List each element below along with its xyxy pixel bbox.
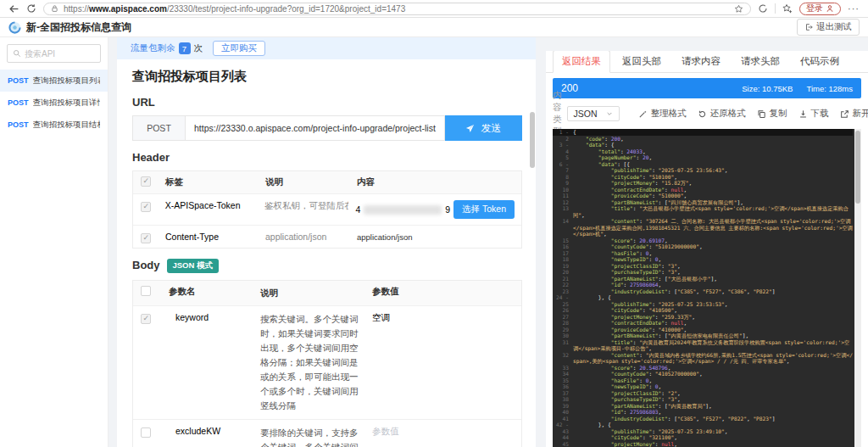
code-text: "projectClassID": "3", bbox=[573, 263, 853, 270]
buy-now-button[interactable]: 立即购买 bbox=[213, 41, 265, 56]
browser-menu-icon[interactable]: ··· bbox=[848, 3, 860, 14]
sidebar-item-查询招投标项目列表[interactable]: POST 查询招投标项目列表 bbox=[0, 70, 108, 92]
header-value-cell[interactable]: 4 9 选择 Token bbox=[348, 194, 521, 225]
header-row-Content-Type: Content-Type application/json applicatio… bbox=[133, 226, 521, 248]
exit-test-button[interactable]: 退出测试 bbox=[797, 19, 860, 36]
code-line: 3 - "data": { bbox=[553, 142, 853, 148]
quota-unit: 次 bbox=[194, 42, 203, 54]
line-number: 19 bbox=[553, 263, 573, 270]
param-value-input[interactable]: 参数值 bbox=[365, 420, 521, 447]
action-复制[interactable]: 复制 bbox=[757, 108, 787, 120]
row-checkbox[interactable] bbox=[141, 427, 151, 438]
body-row-keyword: keyword 搜索关键词。多个关键词时，如果关键词要求同时出现，多个关键词间用… bbox=[133, 306, 521, 420]
row-checkbox[interactable] bbox=[141, 202, 151, 212]
line-number: 18 bbox=[553, 256, 573, 263]
action-下载[interactable]: 下载 bbox=[798, 108, 829, 120]
action-新开标签[interactable]: 新开标签 bbox=[840, 108, 868, 120]
response-tabs: 返回结果返回头部请求内容请求头部代码示例 bbox=[546, 51, 868, 73]
line-number: 9 bbox=[553, 180, 573, 187]
column-header: 说明 bbox=[259, 171, 350, 193]
code-text: "purchaseTypeID": "3", bbox=[573, 396, 853, 403]
code-text: "industryCodeList": ["C385", "F527", "C3… bbox=[573, 288, 853, 295]
code-line: 16 "countyCode": "510129000000", bbox=[553, 243, 853, 250]
app-logo-icon bbox=[8, 21, 21, 34]
code-text: "score": 20.69107, bbox=[573, 237, 853, 244]
main-layout: POST 查询招投标项目列表 POST 查询招投标项目详情 POST 查询招投标… bbox=[0, 37, 868, 447]
code-text: "hasFile": 0, bbox=[573, 377, 853, 384]
row-checkbox[interactable] bbox=[141, 233, 151, 243]
extension-refresh-icon[interactable] bbox=[758, 3, 768, 14]
bookmark-star-icon[interactable] bbox=[734, 4, 743, 14]
action-整理格式[interactable]: 整理格式 bbox=[638, 108, 687, 120]
url-field[interactable]: POST https://23330.o.apispace.com/projec… bbox=[132, 115, 445, 141]
code-text: "newsTypeID": 0, bbox=[573, 383, 853, 390]
header-key: X-APISpace-Token bbox=[159, 194, 258, 225]
tab-代码示例[interactable]: 代码示例 bbox=[792, 51, 848, 72]
code-line: 19 "projectClassID": "3", bbox=[553, 263, 853, 270]
code-text: "projectClassID": "2", bbox=[573, 390, 853, 397]
line-number: 4 bbox=[553, 148, 573, 155]
line-number: 22 bbox=[553, 282, 573, 288]
sidebar-nav: POST 查询招投标项目列表 POST 查询招投标项目详情 POST 查询招投标… bbox=[0, 70, 108, 136]
code-text: "contractEndDate": null, bbox=[573, 187, 853, 193]
send-button[interactable]: 发送 bbox=[445, 115, 522, 141]
code-line: 1 - { bbox=[553, 129, 853, 136]
content-type-select[interactable]: JSON bbox=[567, 106, 620, 121]
code-line: 44 "cityCode": "321100", bbox=[553, 434, 853, 441]
page-info-icon[interactable] bbox=[51, 4, 58, 13]
search-icon bbox=[13, 49, 21, 58]
tab-返回结果[interactable]: 返回结果 bbox=[553, 51, 610, 73]
line-number: 3 - bbox=[553, 142, 573, 148]
select-all-checkbox[interactable] bbox=[141, 286, 151, 296]
browser-chrome: https://www.apispace.com/23330/test/proj… bbox=[0, 0, 868, 18]
code-editor[interactable]: 1 - { 2 "code": 200, 3 - "data": { 4 "to… bbox=[553, 129, 861, 447]
param-value-input[interactable]: 空调 bbox=[365, 306, 521, 419]
middle-scrollbar[interactable] bbox=[530, 112, 535, 168]
back-icon[interactable] bbox=[8, 3, 19, 14]
download-icon bbox=[798, 109, 808, 119]
code-text: "data": { bbox=[573, 142, 853, 148]
quota-label: 流量包剩余 bbox=[131, 42, 175, 54]
page-title: 新-全国招投标信息查询 bbox=[26, 20, 131, 35]
quota-count-badge: 7 bbox=[179, 42, 191, 54]
action-还原格式[interactable]: 还原格式 bbox=[698, 108, 746, 120]
login-button[interactable]: 登录 bbox=[799, 3, 841, 15]
favorites-star-icon[interactable] bbox=[782, 3, 793, 14]
body-section-heading: BodyJSON 模式 bbox=[132, 259, 522, 273]
json-mode-badge: JSON 模式 bbox=[167, 259, 220, 273]
code-text: }, { bbox=[573, 422, 853, 428]
code-text: "cityCode": "510100", bbox=[573, 174, 853, 181]
code-text: "purchaseTypeID": "3", bbox=[573, 269, 853, 276]
select-all-checkbox[interactable] bbox=[141, 176, 151, 187]
line-number: 31 bbox=[553, 339, 573, 352]
code-line: 14 "content": "307264 二、合同名称: 大邑县银都小学壁挂式… bbox=[553, 218, 853, 237]
code-text: "code": 200, bbox=[573, 136, 853, 142]
search-input[interactable] bbox=[25, 49, 96, 59]
app-header: 新-全国招投标信息查询 退出测试 bbox=[0, 18, 868, 37]
line-number: 28 bbox=[553, 320, 573, 327]
code-scrollbar[interactable] bbox=[854, 129, 861, 447]
code-line: 15 "score": 20.69107, bbox=[553, 237, 853, 244]
line-number: 43 bbox=[553, 428, 573, 435]
reload-icon[interactable] bbox=[26, 3, 36, 14]
code-line: 26 "cityCode": "410500", bbox=[553, 307, 853, 314]
row-checkbox[interactable] bbox=[141, 314, 151, 324]
tab-返回头部[interactable]: 返回头部 bbox=[614, 51, 670, 72]
sidebar-item-查询招投标项目详情[interactable]: POST 查询招投标项目详情 bbox=[0, 92, 108, 114]
tab-请求内容[interactable]: 请求内容 bbox=[673, 51, 729, 72]
tab-请求头部[interactable]: 请求头部 bbox=[732, 51, 788, 72]
header-value-cell[interactable]: application/json bbox=[350, 226, 521, 248]
code-text: "partANameList": ["内黄县教育局"], bbox=[573, 403, 853, 410]
sidebar-item-查询招投标项目结构化数据[interactable]: POST 查询招投标项目结构化数据 bbox=[0, 114, 108, 136]
address-bar[interactable]: https://www.apispace.com/23330/test/proj… bbox=[43, 3, 751, 15]
param-name: excludeKW bbox=[159, 420, 253, 447]
masked-token-value bbox=[364, 205, 442, 215]
choose-token-button[interactable]: 选择 Token bbox=[453, 200, 515, 219]
code-scrollbar-thumb[interactable] bbox=[855, 131, 860, 204]
code-line: 31 "title": "内黄县教育局2024年教育系统义务教育阶段学校购置<s… bbox=[553, 339, 853, 352]
code-text: "projectMoney": null, bbox=[573, 441, 853, 447]
url-row: POST https://23330.o.apispace.com/projec… bbox=[132, 115, 522, 141]
column-header: 标签 bbox=[159, 171, 259, 193]
api-search-box[interactable] bbox=[7, 44, 101, 63]
code-line: 20 "purchaseTypeID": "3", bbox=[553, 269, 853, 276]
